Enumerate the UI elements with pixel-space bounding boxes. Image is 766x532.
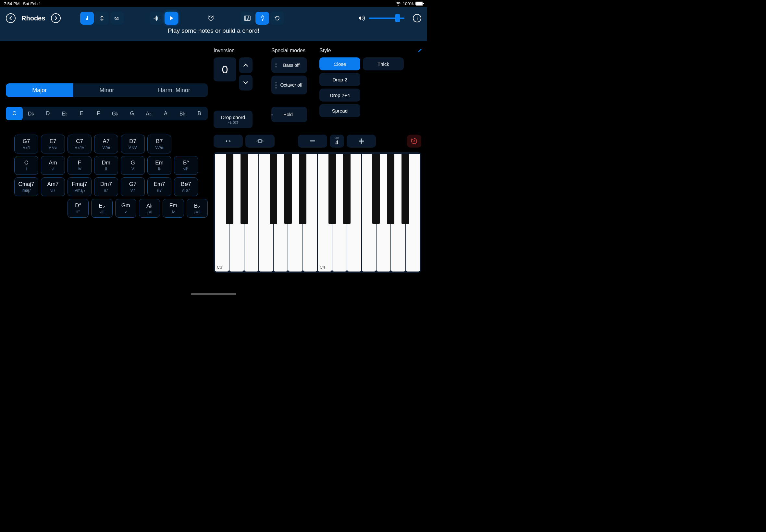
root-note-e[interactable]: E xyxy=(73,107,90,120)
piano-keyboard: C3C4 xyxy=(213,152,421,273)
strum-mode-button[interactable] xyxy=(110,12,124,25)
next-instrument-button[interactable] xyxy=(51,13,61,23)
info-button[interactable]: i xyxy=(413,14,421,22)
drop-chord-button[interactable]: Drop chord -1 oct xyxy=(213,111,252,128)
root-note-db[interactable]: D♭ xyxy=(23,107,40,120)
chord-b[interactable]: B♭♭VII xyxy=(187,199,208,218)
chord-f[interactable]: FIV xyxy=(67,156,91,175)
chord-am[interactable]: Amvi xyxy=(41,156,65,175)
wifi-icon xyxy=(396,2,401,6)
style-spread[interactable]: Spread xyxy=(319,104,360,117)
chord-cmaj7[interactable]: Cmaj7Imaj7 xyxy=(14,177,38,196)
chord-view-button[interactable] xyxy=(255,12,269,25)
root-note-b[interactable]: B xyxy=(191,107,208,120)
chord-dm[interactable]: Dmii xyxy=(94,156,118,175)
chord-d7[interactable]: D7V7/V xyxy=(121,135,145,153)
root-note-selector: CD♭DE♭EFG♭GA♭AB♭B xyxy=(6,107,208,120)
root-note-eb[interactable]: E♭ xyxy=(56,107,73,120)
hold-toggle[interactable]: Hold xyxy=(271,107,307,122)
battery-percent: 100% xyxy=(403,1,414,6)
black-key-7[interactable] xyxy=(372,154,380,224)
expand-keys-button[interactable] xyxy=(245,135,274,148)
chord-a7[interactable]: A7V7/ii xyxy=(94,135,118,153)
volume-slider[interactable] xyxy=(369,18,405,19)
hint-text: Play some notes or build a chord! xyxy=(0,27,427,34)
prev-instrument-button[interactable] xyxy=(6,13,16,23)
inversion-down-button[interactable] xyxy=(239,75,252,91)
style-drop-2-4[interactable]: Drop 2+4 xyxy=(319,89,360,102)
chord-g7[interactable]: G7V7/I xyxy=(14,135,38,153)
arpeggio-mode-button[interactable] xyxy=(95,12,109,25)
style-label: Style xyxy=(319,48,421,54)
inversion-value: 0 xyxy=(213,57,236,81)
undo-button[interactable] xyxy=(270,12,284,25)
inversion-up-button[interactable] xyxy=(239,57,252,73)
root-note-c[interactable]: C xyxy=(6,107,23,120)
black-key-0[interactable] xyxy=(226,154,233,224)
root-note-bb[interactable]: B♭ xyxy=(174,107,191,120)
chord-d[interactable]: D°ii° xyxy=(67,199,89,218)
chord-b7[interactable]: B7V7/iii xyxy=(147,135,171,153)
root-note-g[interactable]: G xyxy=(124,107,140,120)
scale-tab-major[interactable]: Major xyxy=(6,83,73,97)
root-note-d[interactable]: D xyxy=(40,107,56,120)
collapse-keys-button[interactable] xyxy=(213,135,243,148)
black-key-3[interactable] xyxy=(284,154,292,224)
octave-up-button[interactable] xyxy=(346,135,376,148)
black-key-2[interactable] xyxy=(270,154,277,224)
svg-rect-1 xyxy=(244,16,250,20)
instrument-name: Rhodes xyxy=(21,15,45,22)
chord-g[interactable]: GV xyxy=(121,156,145,175)
style-thick[interactable]: Thick xyxy=(363,57,404,70)
chord-c[interactable]: CI xyxy=(14,156,38,175)
root-note-ab[interactable]: A♭ xyxy=(140,107,157,120)
reset-button[interactable] xyxy=(407,135,421,148)
chord-grid: G7V7/IE7V7/viC7V7/IVA7V7/iiD7V7/VB7V7/ii… xyxy=(6,135,208,218)
black-key-1[interactable] xyxy=(240,154,248,224)
chord-am7[interactable]: Am7vi7 xyxy=(41,177,65,196)
volume-icon xyxy=(358,15,365,21)
special-modes-label: Special modes xyxy=(271,48,313,54)
black-key-8[interactable] xyxy=(387,154,395,224)
inversion-label: Inversion xyxy=(213,48,265,54)
chord-fm[interactable]: Fmiv xyxy=(163,199,184,218)
root-note-f[interactable]: F xyxy=(90,107,107,120)
root-note-gb[interactable]: G♭ xyxy=(107,107,124,120)
bass-toggle[interactable]: Bass off xyxy=(271,57,307,73)
battery-icon xyxy=(416,2,423,6)
black-key-5[interactable] xyxy=(328,154,336,224)
style-close[interactable]: Close xyxy=(319,57,360,70)
play-button[interactable] xyxy=(164,12,178,25)
chord-em[interactable]: Emiii xyxy=(147,156,171,175)
black-key-9[interactable] xyxy=(402,154,409,224)
svg-rect-2 xyxy=(310,140,315,141)
chord-fmaj7[interactable]: Fmaj7IVmaj7 xyxy=(67,177,91,196)
chord-dm7[interactable]: Dm7ii7 xyxy=(94,177,118,196)
waveform-button[interactable] xyxy=(150,12,163,25)
chord-b[interactable]: B°vii° xyxy=(174,156,198,175)
chord-gm[interactable]: Gmv xyxy=(115,199,136,218)
status-date: Sat Feb 1 xyxy=(23,1,41,6)
style-drop-2[interactable]: Drop 2 xyxy=(319,73,360,86)
note-mode-button[interactable] xyxy=(80,12,94,25)
chord-g7[interactable]: G7V7 xyxy=(121,177,145,196)
scale-tab-harm-minor[interactable]: Harm. Minor xyxy=(140,83,208,97)
chord-c7[interactable]: C7V7/IV xyxy=(67,135,91,153)
octave-down-button[interactable] xyxy=(298,135,327,148)
chord-e[interactable]: E♭♭III xyxy=(91,199,112,218)
tempo-button[interactable] xyxy=(204,12,218,25)
scale-tab-minor[interactable]: Minor xyxy=(73,83,140,97)
black-key-4[interactable] xyxy=(299,154,306,224)
octaver-toggle[interactable]: Octaver off xyxy=(271,76,307,94)
root-note-a[interactable]: A xyxy=(157,107,174,120)
chord-b7[interactable]: Bø7viiø7 xyxy=(174,177,198,196)
chord-em7[interactable]: Em7iii7 xyxy=(147,177,171,196)
octave-display: Oct 4 xyxy=(330,135,344,148)
black-key-6[interactable] xyxy=(343,154,350,224)
pencil-icon[interactable] xyxy=(418,48,423,53)
chord-a[interactable]: A♭♭VI xyxy=(139,199,160,218)
chord-e7[interactable]: E7V7/vi xyxy=(41,135,65,153)
piano-view-button[interactable] xyxy=(240,12,254,25)
scale-tabs: MajorMinorHarm. Minor xyxy=(6,83,208,97)
home-indicator xyxy=(191,293,236,295)
